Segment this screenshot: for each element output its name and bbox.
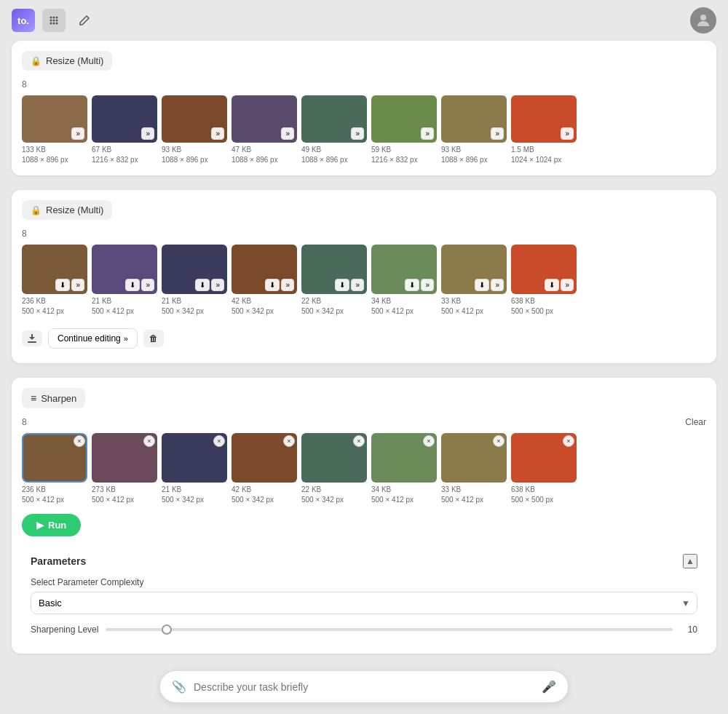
- image-item: ×21 KB500 × 342 px: [162, 433, 227, 505]
- close-image-button[interactable]: ×: [74, 435, 85, 447]
- image-meta: 93 KB1088 × 896 px: [162, 145, 227, 165]
- image-item: »47 KB1088 × 896 px: [232, 95, 297, 165]
- thumb-expand-button[interactable]: »: [71, 127, 84, 140]
- avatar-button[interactable]: to.: [12, 9, 35, 32]
- sharpening-value: 10: [680, 624, 697, 635]
- panel1-card: 🔒 Resize (Multi) 8 »133 KB1088 × 896 px»…: [12, 41, 716, 175]
- image-thumbnail[interactable]: ⬇»: [22, 245, 87, 294]
- image-thumbnail[interactable]: »: [511, 95, 577, 143]
- download-all-button[interactable]: [22, 330, 42, 346]
- image-meta: 133 KB1088 × 896 px: [22, 145, 87, 165]
- image-meta: 33 KB500 × 412 px: [441, 296, 507, 317]
- image-thumbnail[interactable]: »: [371, 95, 437, 143]
- image-item: »133 KB1088 × 896 px: [22, 95, 87, 165]
- thumb-overlay: ⬇»: [195, 279, 224, 291]
- image-thumbnail[interactable]: »: [162, 95, 227, 143]
- thumb-expand-button[interactable]: »: [421, 279, 434, 291]
- complexity-select-wrapper: Basic Advanced ▼: [31, 592, 697, 614]
- close-image-button[interactable]: ×: [563, 435, 574, 447]
- thumb-expand-button[interactable]: »: [351, 127, 364, 140]
- mic-icon[interactable]: 🎤: [542, 680, 556, 694]
- thumb-overlay: »: [351, 127, 364, 140]
- image-meta: 638 KB500 × 500 px: [511, 296, 577, 317]
- collapse-params-button[interactable]: ▲: [683, 554, 697, 568]
- image-thumbnail[interactable]: »: [92, 95, 157, 143]
- sharpening-row: Sharpening Level 10: [31, 624, 697, 635]
- clear-button[interactable]: Clear: [685, 417, 706, 427]
- complexity-select[interactable]: Basic Advanced: [31, 592, 697, 614]
- thumb-expand-button[interactable]: »: [211, 127, 224, 140]
- continue-editing-button[interactable]: Continue editing »: [48, 328, 138, 349]
- thumb-expand-button[interactable]: »: [351, 279, 364, 291]
- image-thumbnail[interactable]: ⬇»: [301, 245, 367, 294]
- run-button[interactable]: ▶ Run: [22, 514, 81, 536]
- edit-pen-button[interactable]: [73, 9, 96, 32]
- thumb-expand-button[interactable]: »: [491, 127, 504, 140]
- delete-button[interactable]: 🗑: [143, 330, 164, 347]
- close-image-button[interactable]: ×: [353, 435, 365, 447]
- close-image-button[interactable]: ×: [423, 435, 435, 447]
- sharpening-slider[interactable]: [106, 628, 673, 631]
- user-avatar[interactable]: [690, 7, 716, 33]
- thumb-expand-button[interactable]: »: [141, 127, 154, 140]
- top-bar-left: to.: [12, 9, 96, 32]
- image-thumbnail[interactable]: ⬇»: [232, 245, 297, 294]
- image-meta: 21 KB500 × 412 px: [92, 296, 157, 317]
- close-image-button[interactable]: ×: [283, 435, 295, 447]
- thumb-overlay: ⬇»: [55, 279, 84, 291]
- close-image-button[interactable]: ×: [213, 435, 225, 447]
- thumb-expand-button[interactable]: »: [211, 279, 224, 291]
- thumb-expand-button[interactable]: »: [561, 127, 574, 140]
- thumb-download-button[interactable]: ⬇: [195, 279, 210, 291]
- close-image-button[interactable]: ×: [143, 435, 155, 447]
- image-item: ⬇»21 KB500 × 342 px: [162, 245, 227, 317]
- image-item: ×22 KB500 × 342 px: [301, 433, 367, 505]
- thumb-overlay: »: [421, 127, 434, 140]
- thumb-download-button[interactable]: ⬇: [125, 279, 140, 291]
- image-thumbnail[interactable]: ⬇»: [92, 245, 157, 294]
- image-item: ⬇»33 KB500 × 412 px: [441, 245, 507, 317]
- image-thumbnail[interactable]: ⬇»: [511, 245, 577, 294]
- image-meta: 236 KB500 × 412 px: [22, 485, 87, 505]
- thumb-expand-button[interactable]: »: [281, 127, 294, 140]
- image-thumbnail[interactable]: »: [441, 95, 507, 143]
- svg-point-5: [56, 20, 58, 22]
- thumb-expand-button[interactable]: »: [71, 279, 84, 291]
- image-meta: 34 KB500 × 412 px: [371, 485, 437, 505]
- run-label: Run: [48, 520, 66, 531]
- image-thumbnail[interactable]: ⬇»: [441, 245, 507, 294]
- thumb-expand-button[interactable]: »: [491, 279, 504, 291]
- thumb-expand-button[interactable]: »: [421, 127, 434, 140]
- image-meta: 638 KB500 × 500 px: [511, 485, 577, 505]
- svg-point-9: [700, 15, 706, 20]
- image-thumbnail[interactable]: »: [232, 95, 297, 143]
- attach-icon[interactable]: 📎: [172, 680, 186, 694]
- image-meta: 33 KB500 × 412 px: [441, 485, 507, 505]
- thumb-expand-button[interactable]: »: [561, 279, 574, 291]
- close-image-button[interactable]: ×: [493, 435, 505, 447]
- task-input[interactable]: [194, 681, 534, 693]
- thumb-download-button[interactable]: ⬇: [55, 279, 70, 291]
- thumb-download-button[interactable]: ⬇: [265, 279, 280, 291]
- panel1-title: Resize (Multi): [46, 55, 103, 66]
- image-item: ×42 KB500 × 342 px: [232, 433, 297, 505]
- thumb-expand-button[interactable]: »: [141, 279, 154, 291]
- thumb-download-button[interactable]: ⬇: [335, 279, 349, 291]
- thumb-download-button[interactable]: ⬇: [475, 279, 489, 291]
- image-thumbnail[interactable]: »: [301, 95, 367, 143]
- image-meta: 22 KB500 × 342 px: [301, 485, 367, 505]
- image-item: ⬇»34 KB500 × 412 px: [371, 245, 437, 317]
- image-thumbnail[interactable]: ⬇»: [162, 245, 227, 294]
- image-meta: 21 KB500 × 342 px: [162, 485, 227, 505]
- top-bar: to.: [0, 0, 728, 41]
- image-item: »49 KB1088 × 896 px: [301, 95, 367, 165]
- thumb-download-button[interactable]: ⬇: [405, 279, 419, 291]
- thumb-expand-button[interactable]: »: [281, 279, 294, 291]
- image-meta: 273 KB500 × 412 px: [92, 485, 157, 505]
- image-thumbnail[interactable]: ⬇»: [371, 245, 437, 294]
- panel1-count: 8: [22, 79, 706, 90]
- thumb-download-button[interactable]: ⬇: [545, 279, 559, 291]
- grid-dots-button[interactable]: [42, 9, 66, 32]
- image-thumbnail[interactable]: »: [22, 95, 87, 143]
- image-item: ⬇»638 KB500 × 500 px: [511, 245, 577, 317]
